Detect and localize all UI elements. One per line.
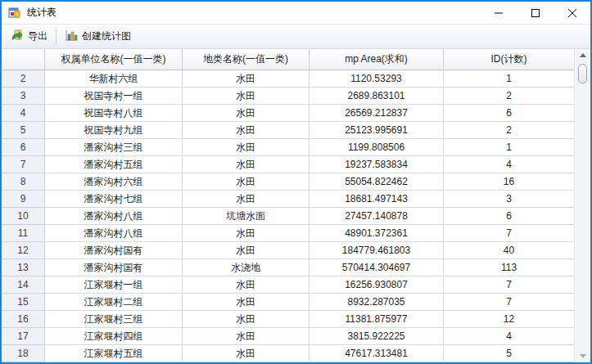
id-count-cell[interactable]: 6: [444, 208, 574, 225]
owner-cell[interactable]: 潘家沟村六组: [45, 173, 183, 191]
minimize-button[interactable]: [480, 2, 517, 24]
owner-cell[interactable]: 潘家沟村八组: [45, 225, 183, 242]
land-type-cell[interactable]: 水田: [183, 191, 310, 208]
area-cell[interactable]: 19237.583834: [310, 156, 444, 173]
row-number-cell[interactable]: 3: [2, 88, 45, 105]
area-cell[interactable]: 11381.875977: [310, 311, 444, 328]
land-type-cell[interactable]: 水浇地: [183, 259, 310, 276]
table-row[interactable]: 10潘家沟村八组坑塘水面27457.1408786: [2, 208, 574, 225]
create-chart-button[interactable]: 创建统计图: [60, 26, 136, 47]
id-count-cell[interactable]: 1: [444, 139, 574, 156]
row-number-cell[interactable]: 11: [2, 225, 45, 242]
vertical-scrollbar[interactable]: [574, 49, 590, 362]
land-type-cell[interactable]: 水田: [183, 105, 310, 122]
table-row[interactable]: 2华新村六组水田1120.532931: [2, 70, 574, 88]
id-count-cell[interactable]: 4: [444, 328, 574, 345]
row-number-cell[interactable]: 5: [2, 122, 45, 139]
land-type-cell[interactable]: 水田: [183, 311, 310, 328]
id-count-cell[interactable]: 3: [444, 191, 574, 208]
id-count-cell[interactable]: 16: [444, 173, 574, 191]
column-header-land-type[interactable]: 地类名称(一值一类): [183, 49, 310, 70]
id-count-cell[interactable]: 40: [444, 242, 574, 259]
owner-cell[interactable]: 祝国寺村一组: [45, 88, 183, 105]
row-number-cell[interactable]: 9: [2, 191, 45, 208]
area-cell[interactable]: 16256.930807: [310, 276, 444, 294]
row-number-cell[interactable]: 10: [2, 208, 45, 225]
land-type-cell[interactable]: 水田: [183, 139, 310, 156]
table-row[interactable]: 3祝国寺村一组水田2689.8631012: [2, 88, 574, 105]
area-cell[interactable]: 2689.863101: [310, 88, 444, 105]
owner-cell[interactable]: 潘家沟村八组: [45, 208, 183, 225]
owner-cell[interactable]: 潘家沟村国有: [45, 259, 183, 276]
id-count-cell[interactable]: 12: [444, 311, 574, 328]
owner-cell[interactable]: 江家堰村四组: [45, 328, 183, 345]
row-number-cell[interactable]: 2: [2, 70, 45, 88]
export-button[interactable]: 导出: [6, 26, 52, 47]
id-count-cell[interactable]: 5: [444, 345, 574, 362]
owner-cell[interactable]: 江家堰村一组: [45, 276, 183, 294]
land-type-cell[interactable]: 水田: [183, 242, 310, 259]
land-type-cell[interactable]: 水田: [183, 173, 310, 191]
table-row[interactable]: 16江家堰村三组水田11381.87597712: [2, 311, 574, 328]
area-cell[interactable]: 1120.53293: [310, 70, 444, 88]
area-cell[interactable]: 1199.808506: [310, 139, 444, 156]
row-number-cell[interactable]: 13: [2, 259, 45, 276]
area-cell[interactable]: 3815.922225: [310, 328, 444, 345]
row-number-cell[interactable]: 6: [2, 139, 45, 156]
area-cell[interactable]: 27457.140878: [310, 208, 444, 225]
land-type-cell[interactable]: 水田: [183, 88, 310, 105]
id-count-cell[interactable]: 1: [444, 70, 574, 88]
row-number-cell[interactable]: 16: [2, 311, 45, 328]
row-number-cell[interactable]: 8: [2, 173, 45, 191]
table-row[interactable]: 8潘家沟村六组水田55054.82246216: [2, 173, 574, 191]
table-row[interactable]: 14江家堰村一组水田16256.9308077: [2, 276, 574, 294]
land-type-cell[interactable]: 水田: [183, 122, 310, 139]
row-number-cell[interactable]: 15: [2, 294, 45, 311]
area-cell[interactable]: 25123.995691: [310, 122, 444, 139]
id-count-cell[interactable]: 7: [444, 276, 574, 294]
owner-cell[interactable]: 华新村六组: [45, 70, 183, 88]
id-count-cell[interactable]: 6: [444, 105, 574, 122]
area-cell[interactable]: 48901.372361: [310, 225, 444, 242]
area-cell[interactable]: 570414.304697: [310, 259, 444, 276]
scroll-up-button[interactable]: [575, 49, 590, 61]
owner-cell[interactable]: 祝国寺村九组: [45, 122, 183, 139]
owner-cell[interactable]: 江家堰村五组: [45, 345, 183, 362]
land-type-cell[interactable]: 坑塘水面: [183, 208, 310, 225]
area-cell[interactable]: 55054.822462: [310, 173, 444, 191]
owner-cell[interactable]: 江家堰村三组: [45, 311, 183, 328]
id-count-cell[interactable]: 2: [444, 122, 574, 139]
table-row[interactable]: 12潘家沟村国有水田184779.46180340: [2, 242, 574, 259]
land-type-cell[interactable]: 水田: [183, 328, 310, 345]
row-number-cell[interactable]: 4: [2, 105, 45, 122]
table-row[interactable]: 13潘家沟村国有水浇地570414.304697113: [2, 259, 574, 276]
owner-cell[interactable]: 潘家沟村七组: [45, 191, 183, 208]
id-count-cell[interactable]: 2: [444, 88, 574, 105]
id-count-cell[interactable]: 7: [444, 225, 574, 242]
area-cell[interactable]: 47617.313481: [310, 345, 444, 362]
table-row[interactable]: 7潘家沟村五组水田19237.5838344: [2, 156, 574, 173]
table-row[interactable]: 18江家堰村五组水田47617.3134815: [2, 345, 574, 362]
column-header-id-count[interactable]: ID(计数): [444, 49, 574, 70]
table-row[interactable]: 17江家堰村四组水田3815.9222254: [2, 328, 574, 345]
area-cell[interactable]: 8932.287035: [310, 294, 444, 311]
area-cell[interactable]: 184779.461803: [310, 242, 444, 259]
maximize-button[interactable]: [517, 2, 554, 24]
owner-cell[interactable]: 潘家沟村国有: [45, 242, 183, 259]
id-count-cell[interactable]: 7: [444, 294, 574, 311]
row-number-cell[interactable]: 18: [2, 345, 45, 362]
table-row[interactable]: 9潘家沟村七组水田18681.4971433: [2, 191, 574, 208]
area-cell[interactable]: 26569.212837: [310, 105, 444, 122]
owner-cell[interactable]: 潘家沟村三组: [45, 139, 183, 156]
column-header-area[interactable]: mp Area(求和): [310, 49, 444, 70]
table-row[interactable]: 4祝国寺村八组水田26569.2128376: [2, 105, 574, 122]
table-row[interactable]: 15江家堰村二组水田8932.2870357: [2, 294, 574, 311]
table-row[interactable]: 6潘家沟村三组水田1199.8085061: [2, 139, 574, 156]
id-count-cell[interactable]: 4: [444, 156, 574, 173]
area-cell[interactable]: 18681.497143: [310, 191, 444, 208]
column-header-owner[interactable]: 权属单位名称(一值一类): [45, 49, 183, 70]
owner-cell[interactable]: 祝国寺村八组: [45, 105, 183, 122]
owner-cell[interactable]: 江家堰村二组: [45, 294, 183, 311]
owner-cell[interactable]: 潘家沟村五组: [45, 156, 183, 173]
land-type-cell[interactable]: 水田: [183, 294, 310, 311]
